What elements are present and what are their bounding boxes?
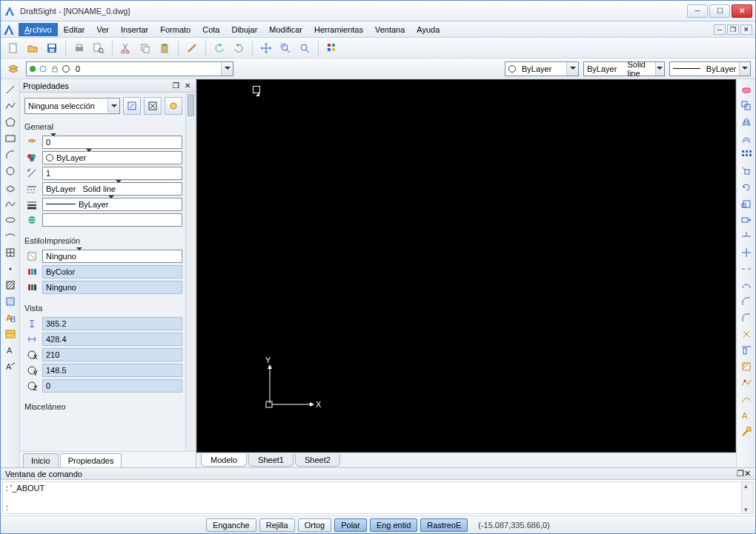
- chamfer-tool[interactable]: [738, 294, 755, 309]
- menu-editar[interactable]: Editar: [58, 23, 91, 36]
- tab-propiedades[interactable]: Propiedades: [60, 453, 122, 467]
- explode-tool[interactable]: [738, 327, 755, 341]
- zoom-window-button[interactable]: [277, 40, 294, 56]
- note-tool[interactable]: A: [2, 359, 19, 374]
- undo-button[interactable]: [211, 40, 228, 56]
- copy-button[interactable]: [137, 40, 153, 56]
- properties-scrollbar[interactable]: [185, 93, 196, 451]
- move-tool[interactable]: [738, 164, 755, 178]
- lineweight-dropdown[interactable]: ByLayer: [669, 61, 751, 76]
- toggle-pick-button[interactable]: [165, 97, 182, 115]
- selection-dropdown[interactable]: Ninguna selección: [24, 98, 120, 114]
- tab-inicio[interactable]: Inicio: [23, 453, 59, 467]
- cmd-close-button[interactable]: ✕: [744, 469, 751, 478]
- point-tool[interactable]: [2, 261, 19, 276]
- zoom-extents-button[interactable]: [296, 40, 313, 56]
- layer-dropdown[interactable]: 0: [26, 61, 233, 76]
- status-ortog[interactable]: Ortog: [298, 518, 332, 532]
- status-rejilla[interactable]: Rejilla: [259, 518, 295, 532]
- status-enganche[interactable]: Enganche: [206, 518, 256, 532]
- new-button[interactable]: [5, 40, 21, 56]
- minimize-button[interactable]: ─: [687, 4, 708, 18]
- rectangle-tool[interactable]: [2, 131, 19, 146]
- menu-ver[interactable]: Ver: [90, 23, 115, 36]
- drawing-canvas[interactable]: Y X: [196, 79, 736, 453]
- edit-spline-tool[interactable]: [738, 392, 755, 407]
- prop-printstyle-field[interactable]: Ninguno: [42, 250, 182, 263]
- menu-cota[interactable]: Cota: [196, 23, 225, 36]
- chevron-down-icon[interactable]: [108, 198, 119, 210]
- extend-tool[interactable]: [738, 245, 755, 260]
- mtext-tool[interactable]: A: [2, 343, 19, 358]
- mdi-minimize[interactable]: ─: [714, 24, 726, 35]
- prop-color-field[interactable]: ByLayer: [42, 151, 182, 164]
- insert-block-tool[interactable]: [2, 245, 19, 260]
- panel-close-button[interactable]: ✕: [182, 81, 193, 91]
- table-tool[interactable]: [2, 327, 19, 341]
- spline-tool[interactable]: [2, 196, 19, 211]
- prop-view5-field[interactable]: 0: [42, 379, 182, 393]
- revcloud-tool[interactable]: [2, 180, 19, 195]
- print-preview-button[interactable]: [90, 40, 107, 56]
- command-input[interactable]: : '_ABOUT :: [2, 481, 754, 514]
- arc-tool[interactable]: [2, 147, 19, 162]
- fillet-tool[interactable]: [738, 310, 755, 325]
- edit-text-tool[interactable]: A: [738, 408, 755, 423]
- chevron-down-icon[interactable]: [86, 152, 96, 164]
- align-tool[interactable]: [738, 343, 755, 358]
- menu-dibujar[interactable]: Dibujar: [225, 23, 263, 36]
- status-eng-entid[interactable]: Eng entid: [370, 518, 417, 532]
- chevron-down-icon[interactable]: [116, 183, 126, 195]
- paste-button[interactable]: [156, 40, 173, 56]
- redo-button[interactable]: [231, 40, 247, 56]
- array-tool[interactable]: [738, 147, 755, 162]
- close-button[interactable]: ✕: [732, 4, 752, 18]
- draw-line-quick[interactable]: [184, 40, 200, 56]
- chevron-down-icon[interactable]: [107, 99, 119, 113]
- offset-tool[interactable]: [738, 131, 755, 146]
- region-tool[interactable]: [2, 294, 19, 309]
- match-props-tool[interactable]: [738, 424, 755, 439]
- menu-formato[interactable]: Formato: [154, 23, 196, 36]
- mirror-tool[interactable]: [738, 115, 755, 130]
- prop-view2-field[interactable]: 428.4: [42, 333, 182, 346]
- open-button[interactable]: [24, 40, 41, 56]
- prop-view1-field[interactable]: 385.2: [42, 317, 182, 330]
- prop-linestyle-field[interactable]: ByLayer Solid line: [42, 182, 182, 196]
- polyline-tool[interactable]: [2, 99, 19, 113]
- ellipse-tool[interactable]: [2, 213, 19, 227]
- menu-ventana[interactable]: Ventana: [369, 23, 411, 36]
- chevron-down-icon[interactable]: [50, 136, 61, 148]
- trim-tool[interactable]: [738, 229, 755, 244]
- copy-tool[interactable]: [738, 99, 755, 113]
- polygon-tool[interactable]: [2, 115, 19, 130]
- status-rastreoe[interactable]: RastreoE: [420, 518, 468, 532]
- mdi-restore[interactable]: ❐: [727, 24, 739, 35]
- erase-tool[interactable]: [738, 82, 755, 97]
- stretch-tool[interactable]: [738, 213, 755, 227]
- prop-view3-field[interactable]: 210: [42, 348, 182, 361]
- prop-view4-field[interactable]: 148.5: [42, 364, 182, 377]
- linestyle-dropdown[interactable]: ByLayer Solid line: [583, 61, 665, 76]
- menu-modificar[interactable]: Modificar: [263, 23, 308, 36]
- menu-herramientas[interactable]: Herramientas: [308, 23, 369, 36]
- cmd-float-button[interactable]: ❐: [737, 469, 744, 478]
- status-polar[interactable]: Polar: [334, 518, 367, 532]
- menu-archivo[interactable]: Archivo: [19, 23, 58, 36]
- panel-float-button[interactable]: ❐: [170, 81, 181, 91]
- print-button[interactable]: [71, 40, 87, 56]
- chevron-down-icon[interactable]: [76, 250, 87, 262]
- chevron-down-icon[interactable]: [655, 62, 664, 76]
- edit-polyline-tool[interactable]: [738, 376, 755, 390]
- prop-hyperlink-field[interactable]: [42, 213, 182, 227]
- tab-model[interactable]: Modelo: [201, 454, 247, 467]
- prop-lineweight-field[interactable]: ByLayer: [42, 198, 182, 211]
- rotate-tool[interactable]: [738, 180, 755, 195]
- line-tool[interactable]: [2, 82, 19, 97]
- maximize-button[interactable]: ☐: [709, 4, 730, 18]
- prop-layer-field[interactable]: 0: [42, 136, 182, 149]
- color-dropdown[interactable]: ByLayer: [505, 61, 579, 76]
- chevron-down-icon[interactable]: [221, 62, 233, 76]
- command-scrollbar[interactable]: [741, 482, 753, 513]
- join-tool[interactable]: [738, 278, 755, 293]
